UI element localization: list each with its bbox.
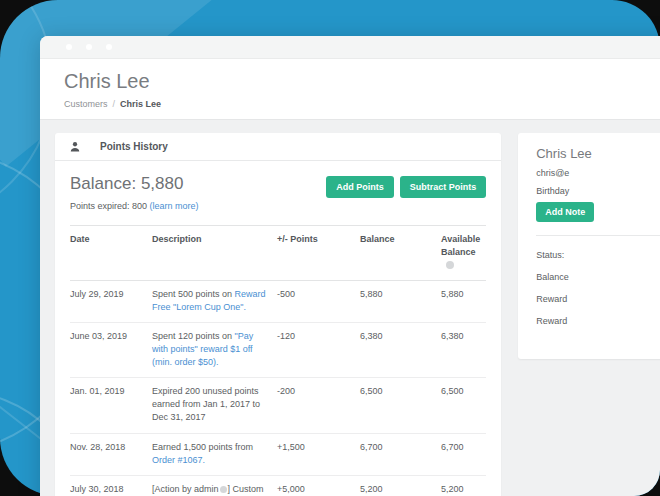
description-link[interactable]: Order #1067.	[152, 455, 205, 465]
subtract-points-button[interactable]: Subtract Points	[400, 176, 487, 198]
breadcrumb-separator: /	[113, 99, 116, 109]
info-icon[interactable]	[446, 261, 454, 269]
cell-description: Spent 120 points on "Pay with points" re…	[152, 323, 277, 377]
points-actions: Add Points Subtract Points	[326, 176, 486, 198]
window-control-dot[interactable]	[86, 44, 92, 50]
cell-date: Nov. 28, 2018	[70, 434, 152, 475]
cell-date: June 03, 2019	[70, 323, 152, 377]
column-header-date: Date	[70, 226, 152, 280]
table-header-row: Date Description +/- Points Balance Avai…	[70, 226, 486, 281]
sidebar-detail: Reward	[536, 316, 660, 326]
cell-points: -200	[277, 378, 360, 432]
window-titlebar	[40, 36, 660, 59]
column-header-balance: Balance	[360, 226, 441, 280]
browser-window: Chris Lee Customers/Chris Lee Points His…	[40, 36, 660, 496]
add-note-button[interactable]: Add Note	[536, 202, 594, 222]
sidebar-detail: Reward	[536, 294, 660, 304]
cell-balance: 5,880	[360, 281, 441, 322]
table-row: Nov. 28, 2018 Earned 1,500 points from O…	[70, 434, 486, 476]
points-expired-label: Points expired: 800	[70, 201, 150, 211]
customer-summary-card: Chris Lee chris@e Birthday Add Note Stat…	[518, 133, 660, 359]
points-history-header: Points History	[55, 133, 501, 161]
table-row: June 03, 2019 Spent 120 points on "Pay w…	[70, 323, 486, 378]
table-row: Jan. 01, 2019 Expired 200 unused points …	[70, 378, 486, 433]
cell-points: +5,000	[277, 476, 360, 496]
admin-info-icon[interactable]	[220, 486, 227, 493]
add-points-button[interactable]: Add Points	[326, 176, 394, 198]
description-link[interactable]: Reward Free "Lorem Cup One".	[152, 289, 266, 312]
cell-balance: 6,700	[360, 434, 441, 475]
sidebar-detail: Status:	[536, 250, 660, 260]
description-link[interactable]: "Pay with points" reward $1 off (min. or…	[152, 331, 253, 367]
breadcrumb: Customers/Chris Lee	[64, 99, 660, 109]
page-content: Points History Balance: 5,880 Points exp…	[40, 120, 660, 496]
cell-date: July 29, 2019	[70, 281, 152, 322]
cell-balance: 6,380	[360, 323, 441, 377]
balance-section: Balance: 5,880 Points expired: 800 (lear…	[55, 161, 501, 223]
breadcrumb-current: Chris Lee	[120, 99, 161, 109]
cell-points: +1,500	[277, 434, 360, 475]
window-control-dot[interactable]	[66, 44, 72, 50]
cell-description: Earned 1,500 points from Order #1067.	[152, 434, 277, 475]
cell-balance: 5,200	[360, 476, 441, 496]
screenshot-canvas: Chris Lee Customers/Chris Lee Points His…	[0, 0, 660, 496]
customer-details: Status:BalanceRewardReward	[536, 250, 660, 326]
column-header-points: +/- Points	[277, 226, 360, 280]
cell-points: -500	[277, 281, 360, 322]
learn-more-link[interactable]: (learn more)	[150, 201, 199, 211]
breadcrumb-customers-link[interactable]: Customers	[64, 99, 108, 109]
person-icon	[69, 141, 81, 153]
cell-date: Jan. 01, 2019	[70, 378, 152, 432]
balance-info: Balance: 5,880 Points expired: 800 (lear…	[70, 174, 199, 211]
customer-name: Chris Lee	[536, 146, 660, 161]
available-balance-label: Available Balance	[441, 234, 480, 257]
cell-available-balance: 6,380	[441, 323, 486, 377]
cell-available-balance: 5,880	[441, 281, 486, 322]
table-row: July 29, 2019 Spent 500 points on Reward…	[70, 281, 486, 323]
column-header-available-balance: Available Balance	[441, 226, 486, 280]
page-header: Chris Lee Customers/Chris Lee	[40, 59, 660, 120]
cell-description: Spent 500 points on Reward Free "Lorem C…	[152, 281, 277, 322]
cell-date: July 30, 2018	[70, 476, 152, 496]
customer-email: chris@e	[536, 168, 660, 178]
column-header-description: Description	[152, 226, 277, 280]
points-history-card: Points History Balance: 5,880 Points exp…	[55, 133, 501, 496]
cell-balance: 6,500	[360, 378, 441, 432]
cell-available-balance: 6,700	[441, 434, 486, 475]
customer-birthday-label: Birthday	[536, 186, 660, 196]
points-history-table: Date Description +/- Points Balance Avai…	[70, 225, 486, 496]
sidebar-detail: Balance	[536, 272, 660, 282]
cell-points: -120	[277, 323, 360, 377]
cell-description: [Action by admin] Custom bonus points	[152, 476, 277, 496]
window-control-dot[interactable]	[106, 44, 112, 50]
cell-available-balance: 5,200	[441, 476, 486, 496]
points-history-title: Points History	[100, 141, 168, 152]
cell-available-balance: 6,500	[441, 378, 486, 432]
cell-description: Expired 200 unused points earned from Ja…	[152, 378, 277, 432]
page-title: Chris Lee	[64, 70, 660, 93]
table-body: July 29, 2019 Spent 500 points on Reward…	[70, 281, 486, 496]
balance-value: Balance: 5,880	[70, 174, 199, 194]
table-row: July 30, 2018 [Action by admin] Custom b…	[70, 476, 486, 496]
divider	[536, 235, 660, 236]
points-expired-text: Points expired: 800 (learn more)	[70, 201, 199, 211]
